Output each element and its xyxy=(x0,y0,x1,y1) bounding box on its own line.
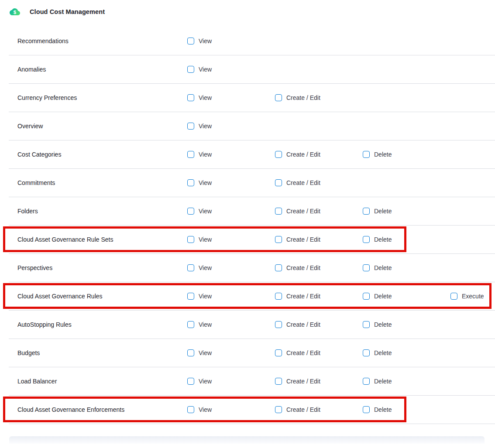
create-edit-checkbox-label[interactable]: Create / Edit xyxy=(286,236,320,243)
view-checkbox[interactable] xyxy=(187,38,194,44)
delete-checkbox[interactable] xyxy=(363,293,370,300)
resource-label: Budgets xyxy=(17,349,187,356)
view-checkbox[interactable] xyxy=(187,406,194,413)
view-checkbox[interactable] xyxy=(187,321,194,328)
create-edit-checkbox[interactable] xyxy=(275,378,282,385)
resource-label: Overview xyxy=(17,123,187,130)
view-checkbox[interactable] xyxy=(187,179,194,186)
view-checkbox[interactable] xyxy=(187,349,194,356)
view-checkbox[interactable] xyxy=(187,293,194,300)
permission-cell: Create / Edit xyxy=(275,236,363,243)
view-checkbox-label[interactable]: View xyxy=(199,123,212,130)
view-checkbox-label[interactable]: View xyxy=(199,94,212,101)
create-edit-checkbox[interactable] xyxy=(275,94,282,101)
permission-cell: View xyxy=(187,123,275,130)
view-checkbox[interactable] xyxy=(187,208,194,215)
create-edit-checkbox-label[interactable]: Create / Edit xyxy=(286,94,320,101)
view-checkbox[interactable] xyxy=(187,151,194,158)
delete-checkbox-label[interactable]: Delete xyxy=(374,151,392,158)
view-checkbox-label[interactable]: View xyxy=(199,179,212,186)
table-row: Cloud Asset Governance Rules ViewCreate … xyxy=(9,282,495,311)
delete-checkbox-label[interactable]: Delete xyxy=(374,378,392,385)
create-edit-checkbox[interactable] xyxy=(275,264,282,271)
delete-checkbox[interactable] xyxy=(363,208,370,215)
view-checkbox-label[interactable]: View xyxy=(199,406,212,413)
view-checkbox-label[interactable]: View xyxy=(199,66,212,73)
view-checkbox-label[interactable]: View xyxy=(199,264,212,271)
create-edit-checkbox-label[interactable]: Create / Edit xyxy=(286,349,320,356)
create-edit-checkbox[interactable] xyxy=(275,236,282,243)
resource-label: Perspectives xyxy=(17,264,187,271)
create-edit-checkbox-label[interactable]: Create / Edit xyxy=(286,378,320,385)
table-row: Currency Preferences ViewCreate / Edit xyxy=(9,84,495,112)
permission-cell: Delete xyxy=(363,208,450,215)
page-title: Cloud Cost Management xyxy=(30,8,105,15)
resource-label: Cloud Asset Governance Rules xyxy=(17,293,187,300)
permission-cell: Delete xyxy=(363,293,450,300)
create-edit-checkbox[interactable] xyxy=(275,321,282,328)
execute-checkbox[interactable] xyxy=(450,293,457,300)
view-checkbox[interactable] xyxy=(187,123,194,130)
resource-label: Cloud Asset Governance Rule Sets xyxy=(17,236,187,243)
permission-cell: View xyxy=(187,151,275,158)
delete-checkbox[interactable] xyxy=(363,236,370,243)
create-edit-checkbox[interactable] xyxy=(275,208,282,215)
create-edit-checkbox-label[interactable]: Create / Edit xyxy=(286,293,320,300)
permission-cell: View xyxy=(187,349,275,356)
table-row: Commitments ViewCreate / Edit xyxy=(9,169,495,197)
create-edit-checkbox-label[interactable]: Create / Edit xyxy=(286,208,320,215)
create-edit-checkbox-label[interactable]: Create / Edit xyxy=(286,179,320,186)
permission-cell: Delete xyxy=(363,151,450,158)
delete-checkbox[interactable] xyxy=(363,264,370,271)
create-edit-checkbox[interactable] xyxy=(275,179,282,186)
permission-cell: View xyxy=(187,321,275,328)
table-row: Recommendations View xyxy=(9,27,495,55)
view-checkbox[interactable] xyxy=(187,94,194,101)
view-checkbox-label[interactable]: View xyxy=(199,378,212,385)
view-checkbox[interactable] xyxy=(187,66,194,73)
resource-label: Cost Categories xyxy=(17,151,187,158)
create-edit-checkbox[interactable] xyxy=(275,406,282,413)
permission-cell: Create / Edit xyxy=(275,293,363,300)
create-edit-checkbox[interactable] xyxy=(275,293,282,300)
delete-checkbox[interactable] xyxy=(363,151,370,158)
delete-checkbox-label[interactable]: Delete xyxy=(374,264,392,271)
create-edit-checkbox[interactable] xyxy=(275,349,282,356)
delete-checkbox[interactable] xyxy=(363,378,370,385)
permission-cell: View xyxy=(187,293,275,300)
view-checkbox-label[interactable]: View xyxy=(199,38,212,44)
delete-checkbox-label[interactable]: Delete xyxy=(374,321,392,328)
view-checkbox-label[interactable]: View xyxy=(199,236,212,243)
delete-checkbox-label[interactable]: Delete xyxy=(374,293,392,300)
delete-checkbox[interactable] xyxy=(363,349,370,356)
view-checkbox-label[interactable]: View xyxy=(199,208,212,215)
create-edit-checkbox-label[interactable]: Create / Edit xyxy=(286,151,320,158)
delete-checkbox-label[interactable]: Delete xyxy=(374,406,392,413)
permission-cell: View xyxy=(187,406,275,413)
create-edit-checkbox-label[interactable]: Create / Edit xyxy=(286,321,320,328)
permission-cell: View xyxy=(187,38,275,44)
view-checkbox-label[interactable]: View xyxy=(199,349,212,356)
view-checkbox-label[interactable]: View xyxy=(199,293,212,300)
delete-checkbox[interactable] xyxy=(363,321,370,328)
permission-cell: View xyxy=(187,94,275,101)
view-checkbox-label[interactable]: View xyxy=(199,151,212,158)
permission-cell: View xyxy=(187,264,275,271)
delete-checkbox-label[interactable]: Delete xyxy=(374,349,392,356)
delete-checkbox-label[interactable]: Delete xyxy=(374,208,392,215)
delete-checkbox-label[interactable]: Delete xyxy=(374,236,392,243)
create-edit-checkbox-label[interactable]: Create / Edit xyxy=(286,264,320,271)
permission-cell: Delete xyxy=(363,406,450,413)
execute-checkbox-label[interactable]: Execute xyxy=(462,293,484,300)
create-edit-checkbox-label[interactable]: Create / Edit xyxy=(286,406,320,413)
resource-label: Load Balancer xyxy=(17,378,187,385)
view-checkbox[interactable] xyxy=(187,236,194,243)
create-edit-checkbox[interactable] xyxy=(275,151,282,158)
permission-cell: Create / Edit xyxy=(275,264,363,271)
permission-cell: Create / Edit xyxy=(275,179,363,186)
permission-cell: Create / Edit xyxy=(275,208,363,215)
view-checkbox[interactable] xyxy=(187,378,194,385)
view-checkbox[interactable] xyxy=(187,264,194,271)
delete-checkbox[interactable] xyxy=(363,406,370,413)
view-checkbox-label[interactable]: View xyxy=(199,321,212,328)
